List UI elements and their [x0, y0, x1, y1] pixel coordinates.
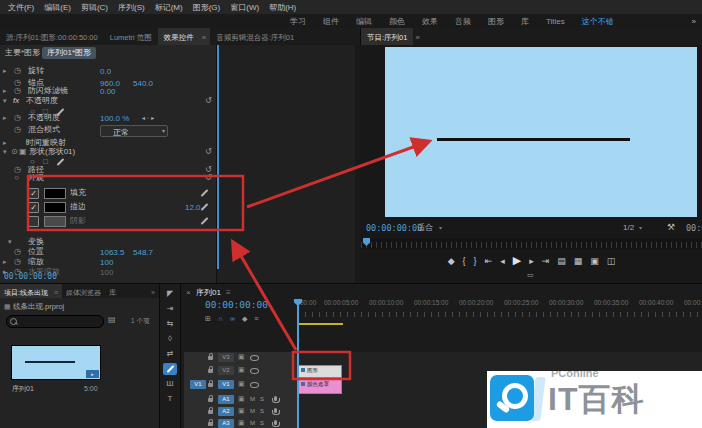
mic-icon[interactable] — [274, 396, 277, 401]
eye-icon[interactable] — [250, 382, 259, 388]
track-badge-A2[interactable]: A2 — [218, 407, 234, 416]
stopwatch-icon[interactable]: ◷ — [14, 113, 21, 122]
effect-controls-timecode[interactable]: 00:00:00:00 — [4, 273, 57, 281]
selection-tool[interactable]: ◤ — [163, 288, 177, 300]
track-badge-V2[interactable]: V2 — [218, 366, 234, 375]
fit-dropdown[interactable]: 适合 — [417, 224, 433, 232]
workspace-tab-1[interactable]: 组件 — [323, 16, 339, 27]
panel-menu-icon[interactable]: ≡ — [200, 28, 210, 45]
menu-item-3[interactable]: 序列(S) — [113, 2, 150, 13]
lock-icon[interactable] — [208, 422, 213, 426]
track-badge-V1[interactable]: V1 — [218, 380, 234, 389]
menu-item-5[interactable]: 图形(G) — [188, 2, 226, 13]
workspace-tab-9[interactable]: 这个不错 — [582, 16, 614, 27]
button-editor-icon[interactable]: ▭ — [527, 271, 534, 278]
sync-lock-icon[interactable]: ▣ — [238, 419, 245, 427]
panel-menu-icon[interactable]: ≡ — [413, 28, 423, 45]
menu-item-7[interactable]: 帮助(H) — [264, 2, 301, 13]
sequence-thumbnail[interactable]: ▸ — [12, 346, 100, 379]
effect-controls-mini-timeline[interactable] — [216, 45, 356, 283]
workspace-tab-8[interactable]: Titles — [546, 17, 565, 26]
workspace-tab-4[interactable]: 效果 — [422, 16, 438, 27]
stopwatch-icon[interactable]: ◷ — [14, 125, 21, 134]
menu-item-1[interactable]: 编辑(E) — [39, 2, 76, 13]
param-value[interactable]: 100 — [100, 258, 113, 267]
reset-icon[interactable]: ↺ — [205, 173, 212, 182]
expander-icon[interactable]: ▸ — [3, 87, 7, 95]
workspace-tab-3[interactable]: 颜色 — [389, 16, 405, 27]
keyframe-nav-icons[interactable]: ◂◦▸ — [142, 114, 156, 121]
tab-project-1[interactable]: 媒体浏览器 — [62, 284, 105, 298]
settings-wrench-icon[interactable]: ⚒ — [667, 223, 675, 232]
sync-lock-icon[interactable]: ▣ — [238, 366, 245, 374]
param-value[interactable]: 12.0 — [185, 203, 201, 212]
menu-item-6[interactable]: 窗口(W) — [225, 2, 264, 13]
step-back-button[interactable]: ◂ — [500, 256, 505, 266]
add-marker-button[interactable]: ◆ — [448, 256, 455, 266]
lock-icon[interactable] — [208, 398, 213, 402]
extract-button[interactable]: ▦ — [574, 256, 583, 266]
step-forward-button[interactable]: ▸ — [529, 256, 534, 266]
lock-icon[interactable] — [208, 369, 213, 373]
track-select-tool[interactable]: ⇥ — [163, 303, 177, 315]
blend-mode-dropdown[interactable]: 正常▾ — [100, 125, 168, 137]
program-timecode[interactable]: 00:00:00:00 — [366, 224, 422, 233]
close-icon[interactable]: × — [186, 289, 191, 297]
slip-tool[interactable]: ⇄ — [163, 348, 177, 360]
mute-button[interactable]: M — [250, 408, 255, 414]
param-value[interactable]: 100 — [100, 268, 113, 277]
eyedropper-icon[interactable] — [201, 217, 209, 225]
param-value[interactable]: 1063.5 — [100, 248, 124, 257]
solo-button[interactable]: S — [260, 396, 264, 402]
stopwatch-icon[interactable]: ◷ — [14, 86, 21, 95]
param-value[interactable]: 0.0 — [100, 67, 111, 76]
tab-panel-3[interactable]: 音频剪辑混合器:序列01 — [210, 28, 300, 45]
tab-sequence[interactable]: 序列01 — [196, 289, 221, 297]
sequence-item-name[interactable]: 序列01 — [12, 385, 34, 392]
ripple-edit-tool[interactable]: ⇆ — [163, 318, 177, 330]
expander-icon[interactable]: ▸ — [3, 114, 7, 122]
lock-icon[interactable] — [208, 356, 213, 360]
resolution-dropdown[interactable]: 1/2 — [623, 224, 634, 232]
expander-icon[interactable]: ▸ — [3, 139, 7, 147]
mute-button[interactable]: M — [250, 420, 255, 426]
toggle-animation-icon[interactable]: ○ — [14, 173, 19, 182]
search-input[interactable] — [6, 315, 104, 328]
menu-item-4[interactable]: 标记(M) — [150, 2, 188, 13]
color-swatch[interactable] — [44, 188, 66, 199]
param-value[interactable]: 0.00 — [100, 87, 116, 96]
panel-menu-icon[interactable]: ≡ — [226, 289, 231, 297]
lock-icon[interactable] — [208, 410, 213, 414]
timeline-playhead[interactable] — [297, 299, 299, 428]
checkbox-13[interactable]: ✓ — [28, 202, 39, 213]
expander-icon[interactable]: ▾ — [3, 148, 7, 156]
checkbox-14[interactable] — [28, 216, 39, 227]
video-lane-V3[interactable] — [298, 352, 702, 366]
workspace-tab-5[interactable]: 音频 — [455, 16, 471, 27]
add-marker-icon[interactable]: ◆ — [242, 315, 247, 323]
workspace-tab-7[interactable]: 库 — [521, 16, 529, 27]
snap-icon[interactable]: ∩ — [218, 315, 223, 323]
sequence-clip-label[interactable]: 序列01*图形 — [42, 47, 96, 59]
expander-icon[interactable]: ▾ — [3, 97, 7, 105]
eye-icon[interactable] — [250, 368, 259, 374]
eyedropper-icon[interactable] — [201, 189, 209, 197]
program-scrub-bar[interactable] — [361, 238, 702, 249]
menu-item-2[interactable]: 剪辑(C) — [76, 2, 113, 13]
type-tool[interactable]: T — [163, 393, 177, 405]
tab-effect-controls[interactable]: 效果控件 — [158, 28, 200, 45]
program-video-frame[interactable] — [385, 47, 697, 217]
param-value[interactable]: 100.0 % — [100, 114, 129, 123]
linked-selection-icon[interactable]: ∞ — [230, 315, 235, 323]
mark-out-button[interactable]: } — [474, 256, 477, 266]
export-frame-button[interactable]: ▣ — [590, 256, 599, 266]
color-swatch[interactable] — [44, 216, 66, 227]
sync-lock-icon[interactable]: ▣ — [238, 353, 245, 361]
lock-icon[interactable] — [208, 383, 213, 387]
pen-tool[interactable] — [163, 363, 177, 375]
effect-controls-playhead[interactable] — [217, 45, 219, 269]
time-ruler[interactable]: 00:0000:00:05:0000:00:10:0000:00:15:0000… — [298, 299, 702, 312]
hand-tool[interactable]: Ш — [163, 378, 177, 390]
timeline-timecode[interactable]: 00:00:00:00 — [205, 300, 268, 310]
clip-颜色遮罩[interactable]: 颜色遮罩 — [298, 379, 342, 394]
